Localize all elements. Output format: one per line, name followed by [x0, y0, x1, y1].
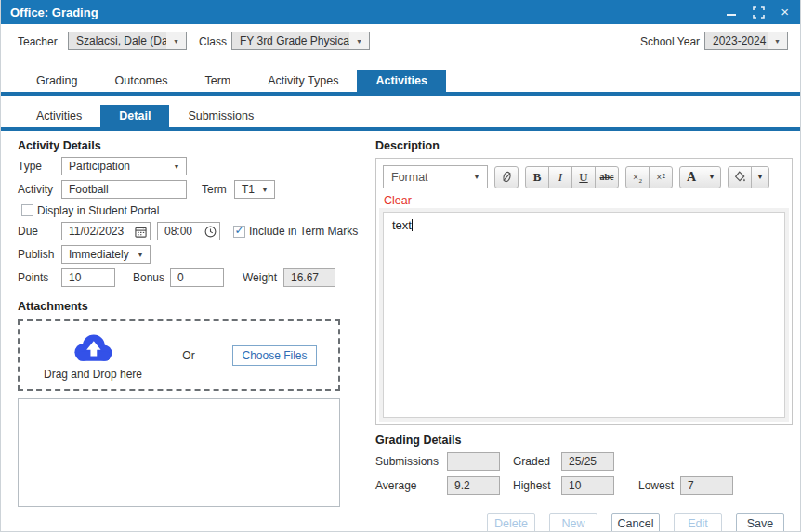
publish-label: Publish [18, 248, 61, 261]
average-field: 9.2 [447, 476, 500, 495]
action-button-row: Delete New Cancel Edit Save [487, 513, 784, 532]
chevron-down-icon: ▼ [131, 252, 150, 258]
tab-activity-types[interactable]: Activity Types [249, 70, 357, 92]
submissions-field [447, 452, 500, 471]
attachments-heading: Attachments [18, 300, 371, 313]
subtab-activities[interactable]: Activities [18, 105, 100, 127]
bold-button[interactable]: B [525, 166, 549, 188]
remove-format-button[interactable] [494, 166, 519, 188]
description-content[interactable]: text [383, 212, 785, 418]
publish-select[interactable]: Immediately ▼ [61, 245, 151, 264]
type-select[interactable]: Participation ▼ [61, 157, 187, 175]
weight-field: 16.67 [283, 268, 335, 287]
weight-label: Weight [243, 271, 283, 284]
tab-activities[interactable]: Activities [357, 70, 446, 92]
edit-button[interactable]: Edit [674, 513, 722, 532]
strikethrough-button[interactable]: abc [595, 166, 619, 188]
due-date-input[interactable]: 11/02/2023 [61, 222, 151, 240]
upload-cloud-icon [66, 331, 120, 366]
activity-input[interactable]: Football [61, 180, 187, 199]
display-portal-checkbox[interactable] [21, 204, 33, 216]
teacher-label: Teacher [18, 35, 58, 48]
include-term-label: Include in Term Marks [249, 225, 358, 238]
lowest-label: Lowest [638, 479, 680, 492]
include-term-checkbox[interactable]: ✓ [233, 226, 245, 238]
rich-text-editor: Format ▼ [375, 158, 793, 425]
subtab-detail[interactable]: Detail [100, 105, 169, 127]
description-heading: Description [375, 139, 793, 152]
format-select[interactable]: Format ▼ [383, 165, 488, 188]
school-year-select[interactable]: 2023-2024 ▼ [704, 32, 788, 50]
close-icon[interactable]: × [781, 6, 789, 18]
due-label: Due [18, 225, 61, 238]
clear-link[interactable]: Clear [384, 194, 414, 207]
description-text: text [392, 218, 412, 232]
teacher-select[interactable]: Szalacsi, Dale (Dale ▼ [68, 32, 187, 50]
term-label: Term [202, 183, 234, 196]
tab-outcomes[interactable]: Outcomes [96, 70, 186, 92]
text-color-dropdown[interactable]: ▼ [703, 166, 721, 188]
minimize-icon[interactable] [726, 6, 737, 18]
eraser-icon [501, 171, 513, 183]
highest-field: 10 [561, 476, 614, 495]
activity-details-panel: Activity Details Type Participation ▼ Ac… [1, 131, 371, 507]
new-button[interactable]: New [549, 513, 597, 532]
grading-details-heading: Grading Details [375, 434, 793, 447]
tab-term[interactable]: Term [186, 70, 249, 92]
term-select[interactable]: T1 ▼ [234, 180, 275, 199]
superscript-button[interactable]: ×² [649, 166, 673, 188]
class-select[interactable]: FY 3rd Grade Physical ▼ [231, 32, 370, 50]
or-text: Or [166, 349, 211, 362]
choose-files-button[interactable]: Choose Files [232, 345, 316, 366]
main-tab-underline [1, 92, 800, 96]
chevron-down-icon: ▼ [256, 187, 274, 193]
type-label: Type [18, 160, 61, 173]
filter-row: Teacher Szalacsi, Dale (Dale ▼ Class FY … [1, 32, 800, 61]
clock-icon[interactable] [201, 226, 219, 238]
tab-grading[interactable]: Grading [18, 70, 96, 92]
subscript-button[interactable]: ×₂ [625, 166, 650, 188]
highlight-color-dropdown[interactable]: ▼ [751, 166, 769, 188]
average-label: Average [375, 479, 447, 492]
school-year-label: School Year [640, 35, 700, 48]
chevron-down-icon: ▼ [768, 32, 787, 49]
graded-field: 25/25 [561, 452, 614, 471]
italic-button[interactable]: I [548, 166, 572, 188]
display-portal-label: Display in Student Portal [37, 204, 159, 217]
window-title: Office: Grading [10, 6, 98, 19]
underline-button[interactable]: U [571, 166, 596, 188]
activity-details-heading: Activity Details [18, 139, 371, 152]
due-time-input[interactable]: 08:00 [157, 222, 220, 240]
chevron-down-icon: ▼ [166, 32, 186, 49]
class-label: Class [199, 35, 227, 48]
chevron-down-icon: ▼ [466, 174, 487, 180]
description-panel: Description Format ▼ [375, 131, 793, 495]
chevron-down-icon: ▼ [349, 32, 369, 49]
bonus-input[interactable]: 0 [170, 268, 224, 287]
main-tab-bar: Grading Outcomes Term Activity Types Act… [1, 70, 800, 92]
text-cursor [412, 219, 413, 231]
points-label: Points [18, 271, 61, 284]
delete-button[interactable]: Delete [487, 513, 535, 532]
lowest-field: 7 [680, 476, 733, 495]
title-bar: Office: Grading × [1, 0, 800, 24]
file-dropzone[interactable]: Drag and Drop here Or Choose Files [18, 319, 340, 391]
dropzone-caption: Drag and Drop here [44, 368, 142, 381]
editor-toolbar: Format ▼ [383, 165, 785, 188]
maximize-icon[interactable] [753, 6, 765, 19]
sub-tab-bar: Activities Detail Submissions [1, 105, 800, 127]
submissions-label: Submissions [375, 455, 447, 468]
activity-label: Activity [18, 183, 61, 196]
highlight-color-button[interactable] [728, 166, 752, 188]
bonus-label: Bonus [133, 271, 170, 284]
subtab-submissions[interactable]: Submissions [169, 105, 272, 127]
points-input[interactable]: 10 [61, 268, 115, 287]
calendar-icon[interactable] [131, 226, 150, 238]
save-button[interactable]: Save [736, 513, 784, 532]
grading-window: Office: Grading × Teacher Szalacsi, Dale… [0, 0, 801, 532]
graded-label: Graded [513, 455, 561, 468]
chevron-down-icon: ▼ [167, 163, 186, 170]
cancel-button[interactable]: Cancel [611, 513, 660, 532]
text-color-button[interactable]: A [679, 166, 703, 188]
attachment-list[interactable] [18, 398, 340, 507]
